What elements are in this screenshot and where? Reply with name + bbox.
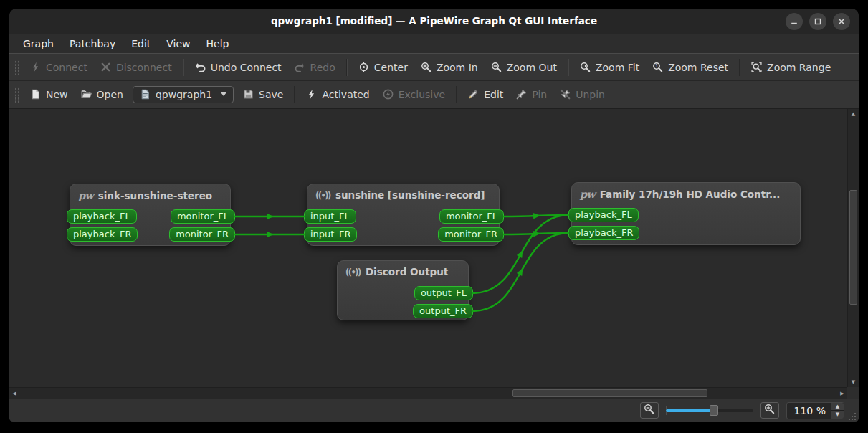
- svg-text:1: 1: [655, 63, 658, 69]
- node-title: sunshine [sunshine-record]: [335, 189, 485, 201]
- resize-grip[interactable]: [847, 410, 857, 419]
- port-playback_FR[interactable]: playback_FR: [67, 227, 138, 242]
- disconnect-label: Disconnect: [116, 62, 172, 73]
- screen: qpwgraph1 [modified] — A PipeWire Graph …: [0, 0, 868, 433]
- x-icon: [100, 62, 111, 72]
- node-title: sink-sunshine-stereo: [98, 190, 213, 201]
- menu-edit[interactable]: Edit: [123, 36, 158, 52]
- pipewire-icon: pw: [78, 189, 93, 201]
- new-button[interactable]: New: [24, 86, 75, 103]
- zoom-fit-label: Zoom Fit: [596, 62, 639, 73]
- node-family[interactable]: pwFamily 17h/19h HD Audio Contr...playba…: [571, 182, 801, 245]
- menu-graph[interactable]: Graph: [15, 36, 62, 52]
- pencil-icon: [468, 89, 479, 100]
- unpin-icon: [560, 89, 571, 100]
- port-monitor_FL[interactable]: monitor_FL: [439, 209, 504, 224]
- center-button[interactable]: Center: [352, 59, 414, 76]
- node-header: ((•))sunshine [sunshine-record]: [307, 184, 499, 201]
- maximize-button[interactable]: [809, 13, 826, 30]
- maximize-icon: [814, 18, 821, 25]
- spin-up-button[interactable]: ▲: [831, 403, 844, 411]
- zoom-range-icon: [751, 62, 762, 72]
- spin-down-button[interactable]: ▼: [831, 411, 844, 419]
- port-monitor_FR[interactable]: monitor_FR: [169, 227, 235, 242]
- vertical-scrollbar[interactable]: ▲ ▼: [847, 109, 859, 387]
- broadcast-icon: ((•)): [345, 266, 361, 277]
- node-header: ((•))Discord Output: [338, 261, 468, 277]
- zoom-slider[interactable]: [666, 403, 753, 419]
- pipewire-icon: pw: [580, 188, 595, 200]
- activated-button[interactable]: Activated: [300, 86, 376, 103]
- toolbar-grip[interactable]: [14, 60, 19, 75]
- zoom-reset-button[interactable]: 1Zoom Reset: [646, 59, 735, 76]
- zoom-out-button[interactable]: [640, 402, 659, 419]
- port-output_FL[interactable]: output_FL: [414, 286, 473, 300]
- scroll-left-icon[interactable]: ◀: [9, 388, 19, 399]
- chevron-down-icon: [221, 92, 226, 96]
- zoom-reset-label: Zoom Reset: [668, 62, 728, 73]
- zoom-fit-button[interactable]: Zoom Fit: [573, 59, 646, 76]
- connections-layer: [9, 109, 847, 387]
- zoom-value: 110 %: [787, 403, 831, 419]
- open-button[interactable]: Open: [75, 86, 130, 103]
- undo-connect-label: Undo Connect: [211, 62, 282, 73]
- patchbay-file-icon: [140, 89, 151, 100]
- zoom-slider-fill: [666, 409, 714, 412]
- zoom-in-button[interactable]: [760, 402, 779, 419]
- canvas-area: pwsink-sunshine-stereoplayback_FLplaybac…: [9, 108, 859, 399]
- node-sunshine[interactable]: ((•))sunshine [sunshine-record]input_FLi…: [307, 184, 500, 246]
- port-monitor_FR[interactable]: monitor_FR: [438, 227, 504, 242]
- edit-button[interactable]: Edit: [462, 86, 510, 103]
- node-sink[interactable]: pwsink-sunshine-stereoplayback_FLplaybac…: [70, 184, 231, 246]
- port-playback_FL[interactable]: playback_FL: [568, 208, 639, 222]
- menu-patchbay[interactable]: Patchbay: [62, 36, 123, 52]
- connect-label: Connect: [46, 62, 87, 73]
- close-icon: [838, 18, 845, 25]
- zoom-range-button[interactable]: Zoom Range: [745, 59, 837, 76]
- save-button[interactable]: Save: [237, 86, 290, 103]
- node-discord[interactable]: ((•))Discord Outputoutput_FLoutput_FR: [337, 260, 469, 320]
- horizontal-scrollbar[interactable]: ◀ ▶: [9, 387, 847, 399]
- vertical-scrollbar-thumb[interactable]: [849, 190, 857, 305]
- port-input_FL[interactable]: input_FL: [304, 209, 356, 224]
- zoom-out-magnifier-icon: [644, 404, 654, 417]
- minimize-icon: [791, 18, 798, 25]
- bolt-icon: [30, 62, 41, 72]
- close-button[interactable]: [833, 13, 850, 30]
- toolbar-separator: [183, 59, 184, 76]
- resize-grip-icon: [847, 411, 857, 421]
- undo-connect-button[interactable]: Undo Connect: [189, 59, 288, 76]
- zoom-out-button[interactable]: Zoom Out: [485, 59, 563, 76]
- zoom-in-button[interactable]: Zoom In: [414, 59, 485, 76]
- titlebar[interactable]: qpwgraph1 [modified] — A PipeWire Graph …: [9, 9, 859, 34]
- scroll-down-icon[interactable]: ▼: [848, 377, 859, 387]
- undo-icon: [195, 62, 206, 72]
- current-patchbay-dropdown[interactable]: qpwgraph1: [133, 86, 234, 103]
- scroll-up-icon[interactable]: ▲: [848, 109, 859, 119]
- port-output_FR[interactable]: output_FR: [413, 304, 473, 318]
- menu-view[interactable]: View: [158, 36, 198, 52]
- minimize-button[interactable]: [786, 13, 803, 30]
- toolbar-grip[interactable]: [14, 87, 19, 103]
- horizontal-scrollbar-thumb[interactable]: [512, 389, 707, 397]
- toolbar-separator: [568, 59, 569, 76]
- exclusive-label: Exclusive: [399, 89, 445, 100]
- scroll-right-icon[interactable]: ▶: [837, 388, 847, 399]
- zoom-spinbox[interactable]: 110 % ▲ ▼: [786, 402, 844, 419]
- port-monitor_FL[interactable]: monitor_FL: [171, 209, 235, 224]
- scrollbar-corner: [847, 387, 859, 399]
- save-label: Save: [259, 89, 283, 100]
- exclusive-button: Exclusive: [376, 86, 452, 103]
- zoom-fit-icon: [580, 62, 591, 72]
- menu-help[interactable]: Help: [199, 36, 237, 52]
- unpin-label: Unpin: [576, 89, 605, 100]
- graph-canvas[interactable]: pwsink-sunshine-stereoplayback_FLplaybac…: [9, 109, 847, 387]
- port-input_FR[interactable]: input_FR: [304, 227, 357, 242]
- zoom-slider-handle[interactable]: [710, 405, 718, 416]
- port-playback_FR[interactable]: playback_FR: [568, 226, 639, 240]
- toolbar-patchbay: NewOpenqpwgraph1SaveActivatedExclusiveEd…: [9, 81, 859, 108]
- toolbar-separator: [739, 59, 740, 76]
- pin-icon: [516, 89, 527, 100]
- port-playback_FL[interactable]: playback_FL: [67, 209, 137, 224]
- node-title: Discord Output: [366, 266, 448, 277]
